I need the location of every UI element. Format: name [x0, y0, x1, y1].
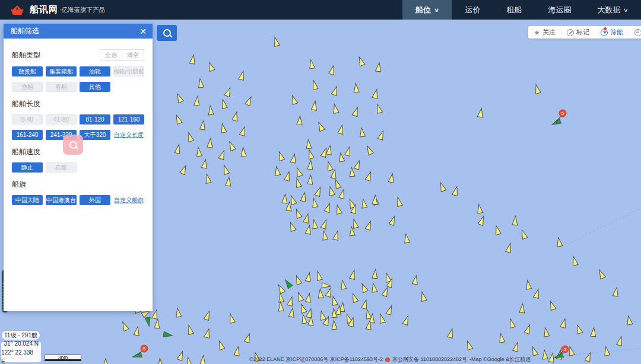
ship-marker[interactable] [403, 234, 410, 243]
ship-marker[interactable] [307, 175, 313, 184]
ship-marker[interactable] [353, 83, 360, 92]
ship-marker[interactable] [321, 231, 328, 240]
ship-marker[interactable] [360, 199, 367, 208]
ship-marker[interactable] [338, 152, 344, 162]
ship-marker[interactable] [186, 132, 194, 142]
ship-marker[interactable] [200, 120, 207, 130]
ship-marker[interactable] [316, 121, 325, 131]
ship-marker[interactable] [350, 270, 357, 280]
ship-marker[interactable] [331, 85, 339, 95]
ship-marker[interactable] [542, 350, 548, 359]
ship-marker[interactable] [189, 55, 196, 64]
ship-marker[interactable] [359, 127, 366, 137]
ship-marker[interactable] [350, 292, 358, 302]
ship-marker[interactable] [300, 314, 307, 324]
ship-marker[interactable] [220, 99, 227, 109]
ship-marker[interactable] [207, 138, 213, 148]
ship-marker[interactable] [338, 124, 345, 135]
close-icon[interactable]: ✕ [139, 27, 147, 36]
ship-marker[interactable] [305, 272, 312, 282]
ship-marker[interactable] [613, 287, 619, 296]
ship-marker[interactable] [294, 274, 302, 285]
ship-marker[interactable] [360, 282, 368, 292]
ship-marker[interactable] [512, 216, 518, 225]
filter-button-大于320[interactable]: 大于320 [80, 130, 110, 140]
ship-marker[interactable] [597, 269, 605, 279]
ship-marker[interactable] [494, 225, 502, 235]
ship-marker[interactable] [534, 84, 541, 94]
filter-button-客船[interactable]: 客船 [46, 82, 77, 92]
ship-marker[interactable] [226, 177, 232, 186]
nav-item-0[interactable]: 船位∨ [402, 0, 452, 20]
ship-marker-green[interactable] [132, 352, 142, 360]
ship-marker[interactable] [352, 106, 360, 116]
nav-item-1[interactable]: 运价 [452, 0, 493, 20]
ship-marker-green[interactable] [163, 331, 173, 338]
logo[interactable]: 船讯网 ·亿海蓝旗下产品 [0, 4, 105, 15]
ship-marker[interactable] [204, 174, 211, 184]
ship-marker[interactable] [103, 359, 109, 364]
ship-marker[interactable] [274, 166, 280, 175]
ship-marker[interactable] [525, 280, 531, 289]
ship-marker[interactable] [290, 154, 297, 163]
ship-marker[interactable] [299, 303, 307, 313]
ship-marker[interactable] [204, 328, 212, 339]
ship-marker[interactable] [524, 324, 532, 334]
nav-item-4[interactable]: 大数据∨ [584, 0, 641, 20]
ship-marker[interactable] [530, 346, 538, 356]
ship-marker[interactable] [239, 126, 247, 136]
ship-marker[interactable] [239, 71, 246, 81]
ship-marker[interactable] [244, 333, 252, 343]
ship-marker[interactable] [277, 151, 285, 161]
ship-marker[interactable] [319, 311, 326, 321]
ship-marker[interactable] [303, 213, 311, 223]
ship-marker[interactable] [375, 104, 383, 114]
filter-button-在航[interactable]: 在航 [46, 162, 77, 173]
ship-marker[interactable] [218, 149, 227, 159]
ship-marker[interactable] [200, 355, 206, 364]
ship-marker[interactable] [626, 315, 632, 325]
ship-marker[interactable] [220, 123, 227, 133]
ship-marker[interactable] [308, 59, 315, 69]
ship-marker[interactable] [300, 192, 307, 202]
filter-button-121-160[interactable]: 121-160 [113, 114, 144, 124]
ship-marker[interactable] [402, 315, 411, 325]
ship-marker[interactable] [377, 130, 386, 140]
ship-marker[interactable] [332, 104, 339, 114]
ship-marker[interactable] [315, 271, 323, 281]
ship-marker[interactable] [339, 280, 346, 289]
ship-marker[interactable] [154, 319, 160, 328]
ship-marker[interactable] [519, 229, 528, 239]
ship-marker[interactable] [221, 164, 229, 174]
toolbar-item-more[interactable] [629, 28, 641, 36]
ship-marker[interactable] [378, 314, 386, 324]
ship-marker[interactable] [312, 101, 318, 110]
ship-marker[interactable] [325, 287, 334, 297]
ship-marker[interactable] [370, 283, 377, 292]
section-action-全选[interactable]: 全选 [100, 49, 122, 61]
ship-marker[interactable] [311, 80, 318, 90]
filter-button-中国大陆[interactable]: 中国大陆 [12, 195, 43, 205]
ship-marker[interactable] [331, 169, 337, 178]
ship-marker[interactable] [175, 92, 183, 103]
ship-marker[interactable] [420, 292, 427, 302]
ship-marker[interactable] [333, 178, 341, 189]
ship-marker[interactable] [120, 321, 129, 331]
ship-marker[interactable] [240, 147, 246, 157]
ship-marker[interactable] [365, 145, 373, 155]
ship-marker[interactable] [290, 94, 298, 104]
ship-marker[interactable] [349, 167, 355, 177]
ship-marker[interactable] [204, 310, 212, 320]
ship-marker[interactable] [207, 61, 215, 71]
ship-marker[interactable] [498, 333, 504, 343]
ship-marker[interactable] [477, 108, 484, 117]
ship-marker[interactable] [278, 302, 284, 311]
ship-marker[interactable] [198, 78, 204, 88]
ship-marker[interactable] [134, 326, 140, 336]
filter-button-静止[interactable]: 静止 [12, 162, 43, 173]
ship-marker[interactable] [277, 293, 284, 302]
ship-marker[interactable] [388, 173, 395, 183]
ship-marker[interactable] [617, 336, 624, 346]
ship-marker[interactable] [180, 164, 188, 174]
filter-button-其他[interactable]: 其他 [80, 82, 110, 92]
